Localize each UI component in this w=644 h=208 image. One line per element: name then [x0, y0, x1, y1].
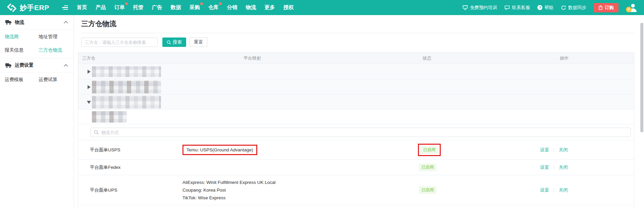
- brand-name: 妙手ERP: [20, 3, 49, 12]
- actions-cell: 设置 关闭: [540, 147, 634, 153]
- action-separator: [554, 165, 554, 169]
- redacted-content: [92, 111, 127, 123]
- truck-icon: [5, 63, 12, 68]
- warehouse-group-row[interactable]: [78, 64, 634, 79]
- search-button[interactable]: 搜索: [162, 38, 186, 47]
- table-row: 平台面单Fedex 已启用 设置 关闭: [78, 160, 634, 175]
- sidebar-section-title: 运费设置: [15, 62, 65, 68]
- logistics-search-row: [78, 124, 634, 140]
- nav-hosting[interactable]: 托管: [132, 3, 144, 12]
- logistics-method-name: 平台面单USPS: [78, 147, 182, 153]
- brand-logo-icon: [7, 3, 17, 13]
- settings-link[interactable]: 设置: [540, 147, 549, 153]
- table-row: 平台面单UPS AliExpress: Winit Fulfillment Ex…: [78, 175, 634, 205]
- actions-cell: 设置 关闭: [540, 187, 634, 193]
- column-header-platform-mapping: 平台映射: [239, 55, 419, 61]
- warehouse-subitem-row[interactable]: [78, 110, 634, 124]
- user-avatar[interactable]: V: [626, 3, 637, 12]
- warehouse-group-row[interactable]: [78, 79, 634, 95]
- nav-ads[interactable]: 广告: [151, 3, 163, 12]
- sidebar-item-customs-info[interactable]: 报关信息: [5, 47, 39, 53]
- question-mark-icon: [537, 5, 542, 10]
- close-link[interactable]: 关闭: [559, 147, 568, 153]
- sidebar-item-logistics-provider[interactable]: 物流商: [5, 34, 39, 40]
- mapping-text: Temu: USPS(Ground Advantage): [186, 147, 253, 152]
- search-icon: [167, 40, 171, 45]
- status-cell: 已启用: [413, 144, 540, 156]
- actions-cell: 设置 关闭: [540, 164, 634, 170]
- redacted-content: [92, 66, 161, 77]
- nav-more[interactable]: 更多: [264, 3, 276, 12]
- platform-mapping-cell: Temu: USPS(Ground Advantage): [182, 145, 413, 155]
- sidebar-subnav-freight: 运费模板 运费试算: [0, 73, 73, 87]
- nav-logistics[interactable]: 物流: [245, 3, 257, 12]
- status-badge: 已启用: [419, 163, 436, 171]
- status-badge: 已启用: [421, 146, 438, 154]
- logistics-method-name: 平台面单UPS: [78, 187, 182, 193]
- mapping-text: Coupang: Korea Post: [182, 186, 413, 194]
- chat-icon: [504, 5, 510, 10]
- action-separator: [554, 148, 554, 152]
- settings-link[interactable]: 设置: [540, 164, 549, 170]
- redacted-content: [92, 96, 161, 109]
- status-badge: 已启用: [419, 186, 436, 194]
- logistics-method-search-input[interactable]: [90, 128, 631, 137]
- contact-support-link[interactable]: 联系客服: [504, 5, 530, 11]
- avatar-level-badge: V: [626, 7, 632, 12]
- presentation-icon: [463, 5, 468, 10]
- warehouse-table: 三方仓 平台映射 状态 操作: [78, 52, 634, 208]
- mapping-text: TikTok: Wise Express: [182, 194, 413, 202]
- sidebar-item-third-party-warehouse[interactable]: 三方仓物流: [39, 47, 73, 53]
- sidebar-item-freight-trial[interactable]: 运费试算: [39, 77, 73, 83]
- nav-distribution[interactable]: 分销: [226, 3, 238, 12]
- mapping-text: AliExpress: Winit Fulfillment Express UK…: [182, 179, 413, 186]
- status-cell: 已启用: [413, 186, 540, 194]
- sidebar-item-address-management[interactable]: 地址管理: [39, 34, 73, 40]
- help-link[interactable]: 帮助: [537, 5, 553, 11]
- subscribe-button[interactable]: 订购: [594, 3, 619, 12]
- logistics-method-name: 平台面单Fedex: [78, 164, 182, 170]
- main-nav: 首页 产品 订单 托管 广告 数据 采购 仓库 分销 物流 更多 授权: [76, 3, 294, 12]
- free-training-link[interactable]: 免费预约培训: [463, 5, 497, 11]
- sidebar-subnav-logistics: 物流商 地址管理 报关信息 三方仓物流: [0, 30, 73, 58]
- shopping-bag-icon: [598, 5, 603, 10]
- reset-button[interactable]: 重置: [190, 38, 207, 47]
- nav-warehouse[interactable]: 仓库: [208, 3, 219, 12]
- expand-caret-icon[interactable]: [88, 85, 91, 89]
- table-header: 三方仓 平台映射 状态 操作: [78, 53, 634, 64]
- table-row: 平台面单USPS Temu: USPS(Ground Advantage) 已启…: [78, 140, 634, 160]
- close-link[interactable]: 关闭: [559, 187, 568, 193]
- sidebar-item-freight-template[interactable]: 运费模板: [5, 77, 39, 83]
- status-cell: 已启用: [413, 163, 540, 171]
- sync-icon: [561, 5, 566, 10]
- close-link[interactable]: 关闭: [559, 164, 568, 170]
- title-divider: [81, 33, 634, 33]
- sidebar-section-title: 物流: [15, 19, 65, 25]
- warehouse-group-row-expanded[interactable]: [78, 95, 634, 110]
- truck-icon: [5, 20, 12, 25]
- sidebar-section-freight-settings[interactable]: 运费设置: [0, 58, 73, 73]
- brand-logo[interactable]: 妙手ERP: [7, 3, 49, 13]
- settings-link[interactable]: 设置: [540, 187, 549, 193]
- nav-products[interactable]: 产品: [95, 3, 107, 12]
- nav-purchasing[interactable]: 采购: [189, 3, 201, 12]
- scrollbar-thumb[interactable]: [640, 23, 643, 132]
- menu-toggle-icon[interactable]: [62, 5, 68, 10]
- page-title: 三方仓物流: [81, 19, 116, 28]
- sidebar: 物流 物流商 地址管理 报关信息 三方仓物流 运费设置 运费模板 运费试算: [0, 15, 74, 208]
- column-header-actions: 操作: [556, 55, 634, 61]
- sidebar-section-logistics[interactable]: 物流: [0, 15, 73, 30]
- nav-data[interactable]: 数据: [170, 3, 182, 12]
- nav-authorization[interactable]: 授权: [283, 3, 294, 12]
- action-separator: [554, 188, 554, 192]
- collapse-caret-icon[interactable]: [87, 101, 91, 104]
- filter-bar: 搜索 重置: [81, 38, 207, 47]
- data-sync-link[interactable]: 数据同步: [561, 5, 586, 11]
- main-content: 三方仓物流 搜索 重置 三方仓 平台映射 状态 操作: [74, 15, 644, 208]
- highlight-box: Temu: USPS(Ground Advantage): [182, 145, 257, 155]
- expand-caret-icon[interactable]: [88, 70, 91, 74]
- nav-orders[interactable]: 订单: [114, 3, 125, 12]
- warehouse-search-input[interactable]: [81, 38, 158, 47]
- highlight-box: 已启用: [418, 144, 441, 156]
- nav-home[interactable]: 首页: [76, 3, 88, 12]
